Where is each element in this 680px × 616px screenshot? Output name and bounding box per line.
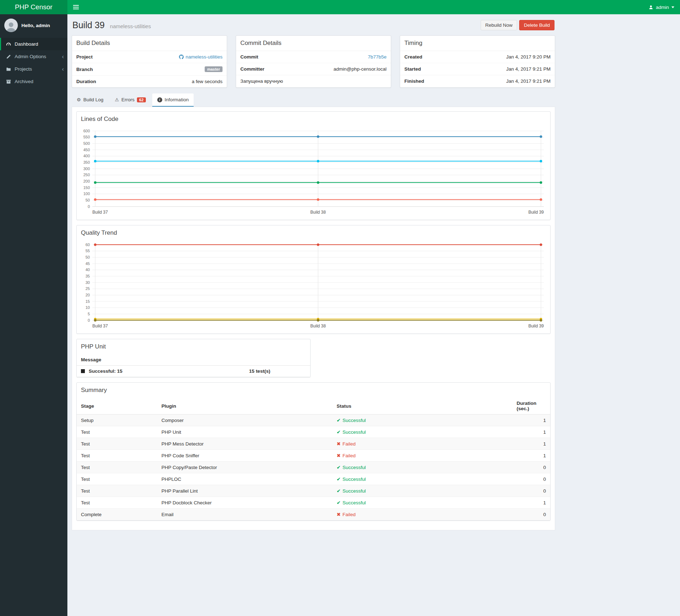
svg-text:30: 30 [86,280,90,285]
svg-text:Build 37: Build 37 [92,210,108,215]
summary-table: Stage Plugin Status Duration (sec.) Setu… [77,398,550,520]
php-unit-panel: PHP Unit Message S [76,339,311,377]
summary-row: Test PHPLOC ✔Successful 0 [77,473,550,485]
svg-text:500: 500 [83,141,90,146]
sidebar-item-archived[interactable]: Archived [0,75,67,88]
svg-text:400: 400 [83,154,90,158]
status-square-icon [81,369,85,373]
panel-title: Timing [400,36,555,51]
status-text: Successful [342,418,365,423]
status-icon: ✖ [337,453,341,458]
tab-bar: ⚙ Build Log ⚠ Errors 62 i Information [72,93,555,107]
svg-text:200: 200 [83,179,90,183]
php-unit-test-count: 15 test(s) [245,366,310,377]
svg-text:35: 35 [86,274,90,278]
status-text: Failed [342,512,356,517]
summary-row: Test PHP Unit ✔Successful 1 [77,426,550,438]
sidebar-nav: Dashboard Admin Options ‹ Projects ‹ [0,38,67,88]
commit-message: Запущена вручную [240,78,283,84]
svg-text:55: 55 [86,249,90,253]
chevron-left-icon: ‹ [62,67,64,71]
committer-row: Committer admin@php-censor.local [236,63,391,75]
rebuild-now-button[interactable]: Rebuild Now [481,20,517,30]
status-text: Failed [342,453,356,458]
summary-row: Complete Email ✖Failed 0 [77,509,550,520]
tab-errors[interactable]: ⚠ Errors 62 [110,93,151,107]
panel-title: Summary [77,383,550,398]
commit-row: Commit 7b77b5e [236,51,391,63]
panel-title: Commit Details [236,36,391,51]
column-header: Status [332,398,512,414]
quality-trend-chart: 051015202530354045505560Build 37Build 38… [79,241,548,331]
svg-text:40: 40 [86,268,90,272]
sidebar-item-projects[interactable]: Projects ‹ [0,63,67,75]
quality-trend-panel: Quality Trend 051015202530354045505560Bu… [76,225,551,334]
status-icon: ✖ [337,441,341,447]
chart-title: Quality Trend [77,225,550,240]
chevron-left-icon: ‹ [62,55,64,58]
svg-text:Build 37: Build 37 [92,324,108,329]
svg-text:25: 25 [86,286,90,291]
summary-panel: Summary Stage Plugin Status Duration (se… [76,382,551,521]
sidebar-item-label: Archived [15,79,34,84]
folder-icon [5,67,11,72]
duration-row: Duration a few seconds [72,76,227,87]
column-header: Stage [77,398,157,414]
dashboard-icon [5,42,11,47]
archive-icon [5,79,11,84]
hamburger-icon [73,5,79,6]
summary-row: Test PHP Docblock Checker ✔Successful 1 [77,497,550,509]
info-icon: i [157,97,162,102]
avatar [4,19,18,32]
status-icon: ✖ [337,511,341,517]
svg-text:0: 0 [88,318,90,322]
tab-build-log[interactable]: ⚙ Build Log [72,93,108,107]
panel-title: Build Details [72,36,227,51]
timing-panel: Timing Created Jan 4, 2017 9:20 PM Start… [400,35,555,88]
sidebar-toggle-button[interactable] [67,0,85,15]
caret-down-icon [671,6,674,8]
app-brand[interactable]: PHP Censor [0,0,67,14]
status-icon: ✔ [337,476,341,482]
sidebar-item-dashboard[interactable]: Dashboard [0,38,67,50]
svg-text:Build 39: Build 39 [528,324,544,329]
svg-text:0: 0 [88,204,90,209]
status-text: Successful [342,500,365,505]
svg-text:50: 50 [86,198,90,202]
svg-text:350: 350 [83,160,90,164]
commit-link[interactable]: 7b77b5e [368,54,387,60]
lines-of-code-chart: 050100150200250300350400450500550600Buil… [79,127,548,218]
errors-count-badge: 62 [137,97,145,102]
sidebar-item-admin-options[interactable]: Admin Options ‹ [0,50,67,63]
started-row: Started Jan 4, 2017 9:21 PM [400,63,555,75]
commit-details-panel: Commit Details Commit 7b77b5e Committer … [236,35,391,88]
svg-text:60: 60 [86,243,90,247]
delete-build-button[interactable]: Delete Build [519,20,554,30]
column-header: Message [77,354,245,366]
status-text: Successful [342,429,365,435]
svg-text:Build 39: Build 39 [528,210,544,215]
status-icon: ✔ [337,488,341,494]
svg-text:5: 5 [88,312,90,316]
status-text: Successful [342,465,365,470]
sidebar-item-label: Dashboard [15,41,38,47]
svg-text:20: 20 [86,293,90,297]
build-details-panel: Build Details Project nameless-utilities… [72,35,227,88]
status-icon: ✔ [337,417,341,423]
tab-information[interactable]: i Information [152,93,194,107]
summary-row: Setup Composer ✔Successful 1 [77,414,550,426]
svg-text:50: 50 [86,255,90,259]
top-navbar: admin [67,0,680,14]
information-tab-content: Lines of Code 05010015020025030035040045… [72,107,555,530]
content-header: Build 39 nameless-utilities Rebuild Now … [72,16,555,34]
branch-badge: master [205,66,223,72]
main-content: Build 39 nameless-utilities Rebuild Now … [67,14,680,616]
commit-message-row: Запущена вручную [236,75,391,87]
php-unit-table: Message Successful: 15 15 test(s) [77,354,310,377]
status-text: Successful [342,477,365,482]
summary-header-row: Stage Plugin Status Duration (sec.) [77,398,550,414]
warning-icon: ⚠ [115,97,119,102]
project-link[interactable]: nameless-utilities [179,54,223,60]
status-text: Failed [342,441,356,447]
user-dropdown[interactable]: admin [643,0,680,14]
